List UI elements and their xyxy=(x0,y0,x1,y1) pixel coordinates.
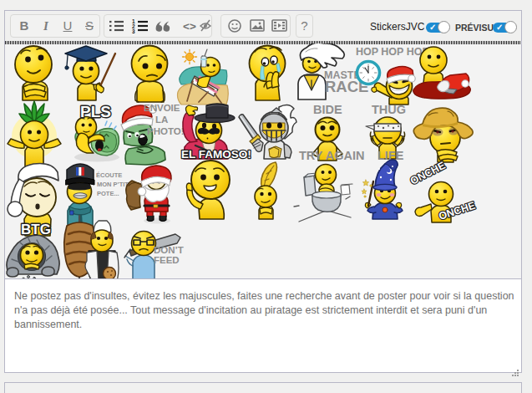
svg-text:<>: <> xyxy=(183,20,196,33)
svg-text:3: 3 xyxy=(132,28,135,34)
